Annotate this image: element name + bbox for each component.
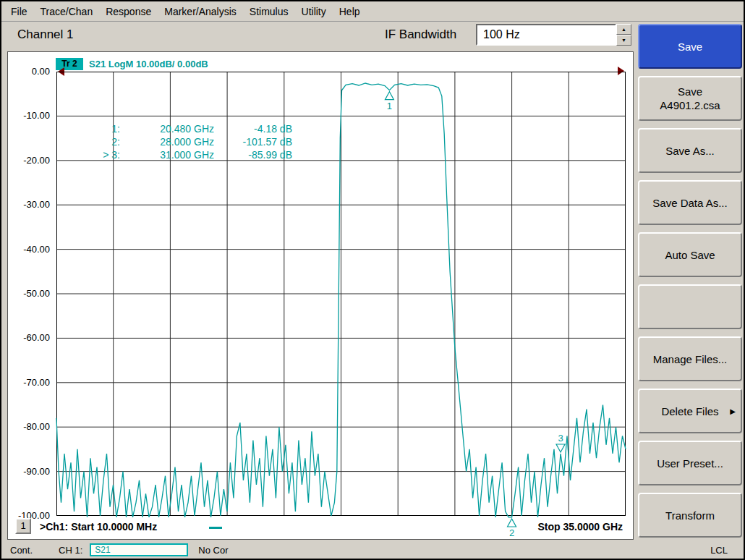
- spinner-up-button[interactable]: ▲: [616, 24, 631, 35]
- menu-bar: File Trace/Chan Response Marker/Analysis…: [1, 1, 744, 22]
- save-file-button-label: Save: [678, 85, 702, 98]
- auto-save-button-label: Auto Save: [665, 248, 715, 262]
- menu-help[interactable]: Help: [333, 6, 367, 17]
- marker-2-frequency: 28.000 GHz: [120, 135, 214, 148]
- y-tick-label: -40.00: [8, 244, 50, 255]
- channel-status-label: CH 1:: [59, 545, 82, 556]
- transform-button-label: Transform: [665, 509, 715, 522]
- sweep-stop-label: Stop 35.0000 GHz: [538, 521, 623, 533]
- sweep-start-label: >Ch1: Start 10.0000 MHz: [40, 521, 157, 533]
- marker-readout-row-1: 1: 20.480 GHz -4.18 dB: [51, 122, 292, 135]
- if-bandwidth-spinner: ▲ ▼: [616, 24, 631, 46]
- manage-files-button-label: Manage Files...: [653, 352, 728, 366]
- marker-2-number: 2:: [51, 135, 120, 148]
- marker-1-value: -4.18 dB: [214, 122, 292, 135]
- marker-3-number: > 3:: [51, 148, 120, 161]
- y-tick-label: -20.00: [8, 155, 50, 166]
- vna-application-window: File Trace/Chan Response Marker/Analysis…: [0, 0, 745, 560]
- if-bandwidth-input[interactable]: 100 Hz: [476, 24, 616, 46]
- auto-save-button[interactable]: Auto Save: [638, 232, 742, 277]
- marker-3-value: -85.99 dB: [214, 148, 292, 161]
- y-tick-label: -50.00: [8, 288, 50, 299]
- manage-files-button[interactable]: Manage Files...: [638, 336, 742, 381]
- save-data-as-button-label: Save Data As...: [652, 196, 727, 210]
- spinner-down-button[interactable]: ▼: [616, 35, 631, 46]
- plot-panel: Tr 2 S21 LogM 10.00dB/ 0.00dB 0.00-10.00…: [7, 51, 634, 540]
- save-data-as-button[interactable]: Save Data As...: [638, 180, 742, 225]
- y-tick-label: -60.00: [8, 332, 50, 343]
- y-tick-label: -70.00: [8, 377, 50, 388]
- y-tick-label: -30.00: [8, 199, 50, 210]
- save-button[interactable]: Save: [638, 24, 742, 69]
- user-preset-button[interactable]: User Preset...: [638, 441, 742, 485]
- save-as-button-label: Save As...: [665, 144, 715, 158]
- y-tick-label: 0.00: [8, 66, 50, 77]
- save-file-button-filename: A4901.2.csa: [660, 98, 720, 112]
- menu-response[interactable]: Response: [99, 6, 158, 17]
- measurement-selector[interactable]: S21: [90, 543, 188, 556]
- softkey-menu: Save Save A4901.2.csa Save As... Save Da…: [638, 24, 742, 540]
- menu-file[interactable]: File: [1, 6, 34, 17]
- marker-2-value: -101.57 dB: [214, 135, 292, 148]
- transform-button[interactable]: Transform: [638, 493, 742, 538]
- y-tick-label: -10.00: [8, 110, 50, 121]
- marker-1-number: 1:: [51, 122, 120, 135]
- menu-stimulus[interactable]: Stimulus: [243, 6, 295, 17]
- svg-text:3: 3: [558, 433, 563, 444]
- if-bandwidth-label: IF Bandwidth: [385, 27, 456, 42]
- save-button-label: Save: [678, 40, 702, 54]
- submenu-arrow-icon: ▶: [730, 404, 736, 418]
- menu-trace-chan[interactable]: Trace/Chan: [34, 6, 100, 17]
- marker-1-frequency: 20.480 GHz: [120, 122, 214, 135]
- local-remote-status: LCL: [710, 545, 728, 556]
- correction-status: No Cor: [198, 545, 228, 556]
- channel-title: Channel 1: [17, 27, 74, 42]
- marker-readout-row-2: 2: 28.000 GHz -101.57 dB: [51, 135, 292, 148]
- trace-color-indicator-icon: [209, 527, 222, 529]
- marker-readout-row-3: > 3: 31.000 GHz -85.99 dB: [51, 148, 292, 161]
- marker-3-frequency: 31.000 GHz: [120, 148, 214, 161]
- trace-label: S21 LogM 10.00dB/ 0.00dB: [89, 59, 208, 69]
- save-as-button[interactable]: Save As...: [638, 128, 742, 173]
- y-tick-label: -80.00: [8, 421, 50, 432]
- y-tick-label: -90.00: [8, 466, 50, 477]
- menu-utility[interactable]: Utility: [295, 6, 333, 17]
- blank-softkey: [638, 284, 742, 329]
- y-axis-labels: 0.00-10.00-20.00-30.00-40.00-50.00-60.00…: [8, 52, 53, 540]
- sweep-status: Cont.: [10, 545, 33, 556]
- svg-text:1: 1: [387, 101, 392, 111]
- channel-number-badge: 1: [15, 518, 31, 534]
- marker-readout: 1: 20.480 GHz -4.18 dB 2: 28.000 GHz -10…: [51, 122, 292, 161]
- save-file-button[interactable]: Save A4901.2.csa: [638, 76, 742, 121]
- menu-marker-analysis[interactable]: Marker/Analysis: [158, 6, 243, 17]
- status-bar: Cont. CH 1: S21 No Cor LCL: [1, 541, 744, 559]
- svg-text:2: 2: [509, 527, 514, 538]
- user-preset-button-label: User Preset...: [657, 457, 723, 470]
- delete-files-button-label: Delete Files: [661, 404, 718, 418]
- delete-files-button[interactable]: Delete Files ▶: [638, 389, 742, 433]
